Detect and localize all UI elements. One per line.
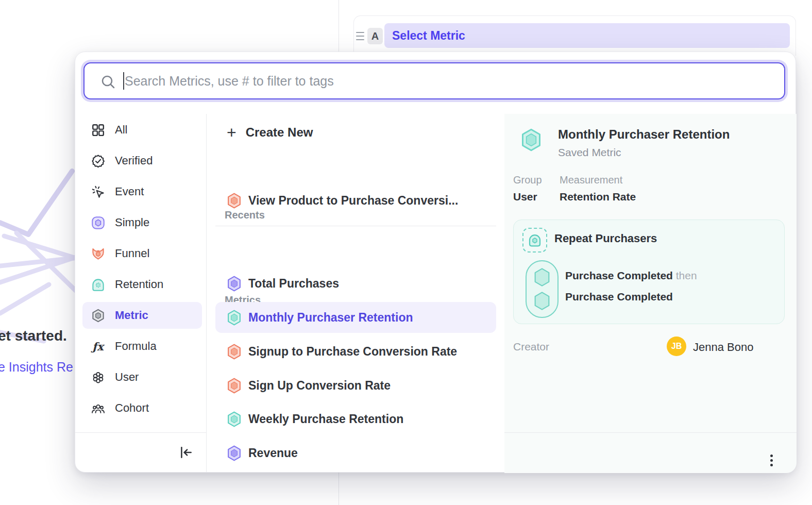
simple-metric-icon (90, 216, 106, 230)
metric-row-card: A Select Metric (353, 15, 796, 56)
retention-metric-hexagon-icon (227, 411, 241, 427)
cohort-people-icon (90, 401, 106, 415)
sequence-connector: then (676, 270, 697, 281)
retention-definition-icon (522, 228, 547, 252)
metric-detail-panel: Monthly Purchaser Retention Saved Metric… (504, 114, 797, 473)
search-icon (100, 74, 116, 90)
recent-item-view-product-to-purchase[interactable]: View Product to Purchase Conversi... (215, 189, 496, 212)
metric-item-signup-to-purchase-conversion-rate[interactable]: Signup to Purchase Conversion Rate (215, 336, 496, 367)
retention-metric-hexagon-icon (227, 310, 241, 326)
plus-icon: + (227, 122, 236, 143)
metric-picker-modal: All Verified Event Simple Funnel Retenti… (75, 52, 796, 473)
sidebar-item-retention[interactable]: Retention (82, 271, 202, 298)
saved-metric-hexagon-icon (521, 128, 542, 154)
user-cluster-icon (90, 371, 106, 384)
retention-icon (90, 278, 106, 292)
sidebar-item-metric[interactable]: Metric (82, 302, 202, 329)
metric-item-revenue[interactable]: Revenue (215, 437, 496, 468)
event-hexagon-icon (533, 291, 551, 311)
funnel-metric-hexagon-icon (227, 344, 241, 360)
select-metric-button[interactable]: Select Metric (384, 23, 790, 48)
creator-avatar: JB (667, 336, 686, 356)
measurement-value: Retention Rate (560, 191, 636, 203)
group-label: Group (513, 174, 542, 186)
funnel-metric-hexagon-icon (227, 378, 241, 394)
collapse-left-icon (178, 445, 194, 460)
sidebar-item-cohort[interactable]: Cohort (82, 395, 202, 422)
sidebar-item-user[interactable]: User (82, 364, 202, 391)
sidebar-item-verified[interactable]: Verified (82, 147, 202, 174)
funnel-icon (90, 247, 106, 261)
detail-type-label: Saved Metric (558, 146, 621, 159)
sidebar-item-simple[interactable]: Simple (82, 209, 202, 236)
metric-item-sign-up-conversion-rate[interactable]: Sign Up Conversion Rate (215, 370, 496, 401)
search-input[interactable] (125, 63, 779, 98)
search-box[interactable] (83, 62, 785, 99)
background-report-link-fragment[interactable]: e Insights Re (0, 360, 73, 375)
sidebar-item-formula[interactable]: ƒx Formula (82, 333, 202, 360)
simple-metric-hexagon-icon (227, 276, 241, 292)
sidebar-item-all[interactable]: All (82, 116, 202, 143)
collapse-sidebar-button[interactable] (177, 444, 195, 461)
sidebar-divider (206, 114, 207, 472)
create-new-button[interactable]: + Create New (222, 121, 313, 144)
sidebar-item-funnel[interactable]: Funnel (82, 240, 202, 267)
metric-item-weekly-purchase-retention[interactable]: Weekly Purchase Retention (215, 403, 496, 434)
event-cursor-icon (90, 185, 106, 199)
detail-footer-divider (504, 432, 797, 433)
sidebar-footer-divider (75, 432, 206, 433)
grid-icon (90, 123, 106, 137)
definition-name: Repeat Purchasers (554, 232, 657, 245)
measurement-label: Measurement (560, 174, 622, 186)
background-headline-fragment: et started. (0, 328, 67, 344)
metric-item-monthly-purchaser-retention[interactable]: Monthly Purchaser Retention (215, 302, 496, 333)
metric-definition-card: Repeat Purchasers Purchase Completed the… (513, 220, 785, 324)
creator-name: Jenna Bono (693, 341, 753, 354)
creator-label: Creator (513, 341, 549, 353)
definition-step-2: Purchase Completed (565, 291, 673, 303)
event-sequence-capsule (526, 260, 559, 318)
metric-hexagon-icon (90, 309, 106, 323)
simple-metric-hexagon-icon (227, 445, 241, 461)
recents-metrics-divider (215, 226, 496, 226)
detail-title: Monthly Purchaser Retention (558, 127, 730, 142)
formula-fx-icon: ƒx (90, 340, 106, 353)
funnel-metric-hexagon-icon (227, 193, 241, 209)
sidebar-item-event[interactable]: Event (82, 178, 202, 205)
event-hexagon-icon (533, 267, 551, 288)
text-cursor (123, 72, 124, 90)
verified-badge-icon (90, 154, 106, 168)
group-value: User (513, 191, 537, 203)
definition-step-1: Purchase Completed then (565, 270, 697, 282)
drag-handle-icon[interactable] (356, 32, 364, 40)
series-a-badge[interactable]: A (367, 28, 383, 44)
more-options-button[interactable] (763, 450, 780, 470)
metric-item-total-purchases[interactable]: Total Purchases (215, 268, 496, 299)
